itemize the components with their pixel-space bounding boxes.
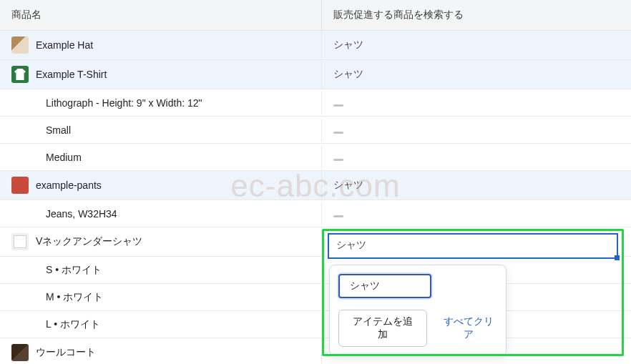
product-label: Vネックアンダーシャツ — [36, 235, 142, 248]
product-name-cell: example-pants — [0, 171, 322, 200]
product-label: Medium — [46, 152, 82, 163]
table-row[interactable]: S • ホワイト — [0, 257, 631, 284]
clear-all-button[interactable]: すべてクリア — [440, 315, 497, 341]
product-name-cell: Vネックアンダーシャツ — [0, 227, 322, 256]
empty-dash-icon — [333, 215, 343, 217]
product-thumbnail — [11, 36, 29, 54]
empty-dash-icon — [333, 159, 343, 161]
product-name-cell: Jeans, W32H34 — [0, 202, 322, 225]
product-label: example-pants — [36, 179, 102, 191]
product-thumbnail — [11, 66, 29, 83]
product-thumbnail — [11, 344, 29, 361]
product-value-cell[interactable]: シャツ — [322, 62, 631, 87]
product-label: ウールコート — [36, 346, 96, 359]
product-label: Small — [46, 124, 71, 136]
product-name-cell: S • ホワイト — [0, 258, 322, 282]
empty-dash-icon — [333, 104, 343, 107]
product-value-cell[interactable] — [322, 202, 631, 225]
table-row[interactable]: L • ホワイト — [0, 311, 631, 338]
inline-edit-input[interactable]: シャツ — [328, 233, 618, 259]
table-row[interactable]: Lithograph - Height: 9" x Width: 12" — [0, 89, 631, 117]
product-name-cell: Example T-Shirt — [0, 60, 322, 89]
product-name-cell: Example Hat — [0, 31, 322, 59]
table-header-row: 商品名 販売促進する商品を検索する — [0, 0, 631, 31]
product-thumbnail — [11, 233, 29, 250]
product-name-cell: M • ホワイト — [0, 285, 322, 310]
product-table: 商品名 販売促進する商品を検索する Example HatシャツExample … — [0, 0, 631, 364]
product-label: M • ホワイト — [46, 291, 103, 304]
product-value-cell[interactable] — [322, 119, 631, 142]
selected-chip[interactable]: シャツ — [338, 274, 431, 298]
add-item-button[interactable]: アイテムを追加 — [338, 310, 427, 347]
table-row[interactable]: Example Hatシャツ — [0, 31, 631, 60]
product-label: Lithograph - Height: 9" x Width: 12" — [46, 97, 202, 109]
product-thumbnail — [11, 177, 29, 194]
autocomplete-dropdown: シャツ アイテムを追加 すべてクリア — [329, 265, 507, 356]
table-row[interactable]: ウールコート — [0, 338, 631, 364]
product-name-cell: ウールコート — [0, 338, 322, 364]
product-label: Example Hat — [36, 39, 93, 51]
header-search-products: 販売促進する商品を検索する — [322, 0, 631, 30]
table-row[interactable]: example-pantsシャツ — [0, 171, 631, 200]
product-value-cell[interactable] — [322, 92, 631, 114]
table-row[interactable]: Example T-Shirtシャツ — [0, 60, 631, 89]
edit-input-value: シャツ — [336, 239, 366, 250]
product-label: L • ホワイト — [46, 318, 100, 331]
product-name-cell: Lithograph - Height: 9" x Width: 12" — [0, 92, 322, 114]
empty-dash-icon — [333, 132, 343, 134]
product-label: S • ホワイト — [46, 264, 102, 277]
product-name-cell: Small — [0, 119, 322, 142]
table-row[interactable]: Jeans, W32H34 — [0, 200, 631, 227]
product-name-cell: Medium — [0, 146, 322, 169]
table-row[interactable]: Medium — [0, 144, 631, 171]
product-value-cell[interactable]: シャツ — [322, 33, 631, 57]
product-label: Jeans, W32H34 — [46, 208, 117, 220]
header-product-name: 商品名 — [0, 0, 322, 30]
product-name-cell: L • ホワイト — [0, 313, 322, 337]
cell-resize-handle[interactable] — [615, 255, 620, 260]
product-label: Example T-Shirt — [36, 69, 107, 80]
product-value-cell[interactable] — [322, 146, 631, 169]
table-row[interactable]: M • ホワイト — [0, 284, 631, 311]
product-value-cell[interactable]: シャツ — [322, 173, 631, 197]
table-row[interactable]: Small — [0, 117, 631, 144]
